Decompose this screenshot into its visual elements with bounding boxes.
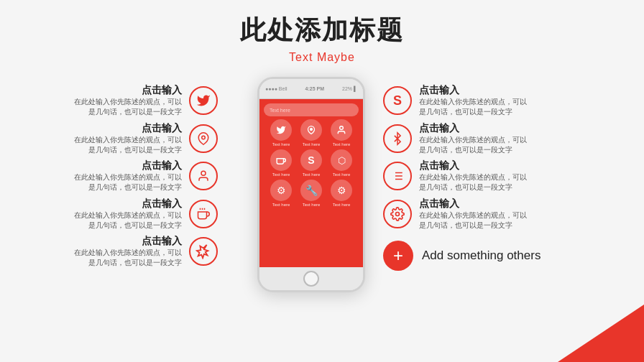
- phone-home-button[interactable]: [303, 271, 319, 287]
- left-item-1-title[interactable]: 点击输入: [142, 84, 182, 97]
- skype-icon[interactable]: S: [383, 86, 412, 115]
- right-item-4-desc: 在此处输入你先陈述的观点，可以是几句话，也可以是一段文字: [419, 210, 527, 231]
- left-item-3-title[interactable]: 点击输入: [142, 159, 182, 172]
- gear-icon[interactable]: [383, 200, 412, 228]
- left-item-1-desc: 在此处输入你先陈述的观点，可以是几句话，也可以是一段文字: [74, 97, 182, 118]
- left-item-2-text: 点击输入 在此处输入你先陈述的观点，可以是几句话，也可以是一段文字: [74, 122, 182, 156]
- location-icon[interactable]: [189, 124, 218, 153]
- right-item-2: 点击输入 在此处输入你先陈述的观点，可以是几句话，也可以是一段文字: [383, 122, 570, 156]
- left-item-4-title[interactable]: 点击输入: [142, 198, 182, 210]
- plus-icon: +: [393, 247, 403, 264]
- phone-app-gear1-icon: ⚙: [270, 180, 292, 201]
- phone-app-skype-icon: S: [300, 149, 322, 171]
- right-item-4: 点击输入 在此处输入你先陈述的观点，可以是几句话，也可以是一段文字: [383, 198, 570, 231]
- phone-app-gear2-icon: ⚙: [331, 180, 352, 201]
- bluetooth-icon[interactable]: [383, 124, 412, 153]
- right-item-3-title[interactable]: 点击输入: [419, 159, 459, 172]
- search-placeholder-text: Text here: [270, 108, 290, 113]
- phone-device: ●●●● Bell 4:25 PM 22% ▌ Text here Text h…: [257, 77, 365, 292]
- add-label[interactable]: Add something others: [422, 249, 540, 263]
- right-item-2-title[interactable]: 点击输入: [419, 122, 459, 135]
- right-item-1-text: 点击输入 在此处输入你先陈述的观点，可以是几句话，也可以是一段文字: [419, 84, 527, 118]
- phone-app-label-9: Text here: [333, 203, 351, 207]
- phone-app-gear2[interactable]: ⚙ Text here: [328, 180, 355, 207]
- svg-point-5: [310, 129, 313, 131]
- phone-app-person[interactable]: Text here: [328, 119, 355, 147]
- right-item-2-desc: 在此处输入你先陈述的观点，可以是几句话，也可以是一段文字: [419, 135, 527, 156]
- phone-app-coffee-icon: [270, 149, 292, 171]
- phone-app-label-4: Text here: [272, 172, 290, 177]
- phone-app-location[interactable]: Text here: [298, 119, 325, 147]
- phone-app-person-icon: [331, 119, 352, 141]
- left-item-4-text: 点击输入 在此处输入你先陈述的观点，可以是几句话，也可以是一段文字: [74, 198, 182, 231]
- phone-app-label-3: Text here: [333, 142, 351, 147]
- phone-bottom-bar: [259, 267, 363, 290]
- phone-app-label-8: Text here: [303, 203, 321, 207]
- left-column: 点击输入 在此处输入你先陈述的观点，可以是几句话，也可以是一段文字 点击输入 在…: [74, 77, 239, 269]
- phone-battery: 22% ▌: [342, 86, 357, 91]
- left-item-5-text: 点击输入 在此处输入你先陈述的观点，可以是几句话，也可以是一段文字: [74, 235, 182, 269]
- left-item-5: 点击输入 在此处输入你先陈述的观点，可以是几句话，也可以是一段文字: [74, 235, 239, 269]
- phone-app-blue-icon: ⬡: [331, 149, 352, 171]
- twitter-icon[interactable]: [189, 86, 218, 115]
- right-item-1-desc: 在此处输入你先陈述的观点，可以是几句话，也可以是一段文字: [419, 97, 527, 118]
- phone-search-bar[interactable]: Text here: [264, 103, 359, 116]
- java-icon[interactable]: [189, 200, 218, 228]
- page-subtitle: Text Maybe: [0, 51, 644, 64]
- right-item-3: 点击输入 在此处输入你先陈述的观点，可以是几句话，也可以是一段文字: [383, 159, 570, 193]
- left-item-1-text: 点击输入 在此处输入你先陈述的观点，可以是几句话，也可以是一段文字: [74, 84, 182, 118]
- bird-icon[interactable]: [189, 237, 218, 266]
- phone-row-3: ⚙ Text here 🔧 Text here ⚙ Text here: [264, 180, 359, 207]
- left-item-1: 点击输入 在此处输入你先陈述的观点，可以是几句话，也可以是一段文字: [74, 84, 239, 118]
- phone-row-2: Text here S Text here ⬡ Text here: [264, 149, 359, 177]
- left-item-5-desc: 在此处输入你先陈述的观点，可以是几句话，也可以是一段文字: [74, 248, 182, 269]
- phone-app-skype[interactable]: S Text here: [298, 149, 325, 177]
- phone-app-label-7: Text here: [272, 203, 290, 207]
- phone-mockup: ●●●● Bell 4:25 PM 22% ▌ Text here Text h…: [239, 77, 383, 292]
- right-item-3-desc: 在此处输入你先陈述的观点，可以是几句话，也可以是一段文字: [419, 172, 527, 193]
- svg-point-13: [396, 212, 400, 215]
- left-item-5-title[interactable]: 点击输入: [142, 235, 182, 248]
- phone-row-1: Text here Text here Text here: [264, 119, 359, 147]
- page-title: 此处添加标题: [0, 13, 644, 48]
- right-item-1: S 点击输入 在此处输入你先陈述的观点，可以是几句话，也可以是一段文字: [383, 84, 570, 118]
- phone-app-label-2: Text here: [303, 142, 321, 147]
- svg-point-1: [201, 172, 206, 176]
- left-item-4: 点击输入 在此处输入你先陈述的观点，可以是几句话，也可以是一段文字: [74, 198, 239, 231]
- phone-app-blue[interactable]: ⬡ Text here: [328, 149, 355, 177]
- phone-app-label-1: Text here: [272, 142, 290, 147]
- phone-app-coffee[interactable]: Text here: [267, 149, 295, 177]
- add-item[interactable]: + Add something others: [383, 241, 570, 271]
- phone-screen: Text here Text here Text here: [259, 99, 363, 267]
- phone-time: 4:25 PM: [305, 86, 324, 91]
- left-item-3-desc: 在此处输入你先陈述的观点，可以是几句话，也可以是一段文字: [74, 172, 182, 193]
- left-item-2: 点击输入 在此处输入你先陈述的观点，可以是几句话，也可以是一段文字: [74, 122, 239, 156]
- left-item-3-text: 点击输入 在此处输入你先陈述的观点，可以是几句话，也可以是一段文字: [74, 159, 182, 193]
- content-area: 点击输入 在此处输入你先陈述的观点，可以是几句话，也可以是一段文字 点击输入 在…: [0, 77, 644, 357]
- right-item-4-title[interactable]: 点击输入: [419, 198, 459, 210]
- phone-app-gear1[interactable]: ⚙ Text here: [267, 180, 295, 207]
- svg-point-6: [340, 126, 344, 130]
- svg-point-0: [202, 136, 206, 139]
- phone-app-tools-icon: 🔧: [300, 180, 322, 201]
- right-item-1-title[interactable]: 点击输入: [419, 84, 459, 97]
- add-circle-icon[interactable]: +: [383, 241, 413, 271]
- phone-app-twitter[interactable]: Text here: [267, 119, 295, 147]
- right-item-2-text: 点击输入 在此处输入你先陈述的观点，可以是几句话，也可以是一段文字: [419, 122, 527, 156]
- left-item-4-desc: 在此处输入你先陈述的观点，可以是几句话，也可以是一段文字: [74, 210, 182, 231]
- phone-app-label-5: Text here: [303, 172, 321, 177]
- left-item-2-desc: 在此处输入你先陈述的观点，可以是几句话，也可以是一段文字: [74, 135, 182, 156]
- phone-signal: ●●●● Bell: [265, 86, 288, 91]
- phone-app-tools[interactable]: 🔧 Text here: [298, 180, 325, 207]
- phone-app-label-6: Text here: [333, 172, 351, 177]
- phone-app-location-icon: [300, 119, 322, 141]
- tools-icon[interactable]: [383, 162, 412, 190]
- right-item-3-text: 点击输入 在此处输入你先陈述的观点，可以是几句话，也可以是一段文字: [419, 159, 527, 193]
- right-column: S 点击输入 在此处输入你先陈述的观点，可以是几句话，也可以是一段文字 点击输入…: [383, 77, 570, 271]
- left-item-2-title[interactable]: 点击输入: [142, 122, 182, 135]
- person-icon[interactable]: [189, 162, 218, 190]
- phone-app-twitter-icon: [270, 119, 292, 141]
- right-item-4-text: 点击输入 在此处输入你先陈述的观点，可以是几句话，也可以是一段文字: [419, 198, 527, 231]
- phone-status-bar: ●●●● Bell 4:25 PM 22% ▌: [259, 79, 363, 99]
- left-item-3: 点击输入 在此处输入你先陈述的观点，可以是几句话，也可以是一段文字: [74, 159, 239, 193]
